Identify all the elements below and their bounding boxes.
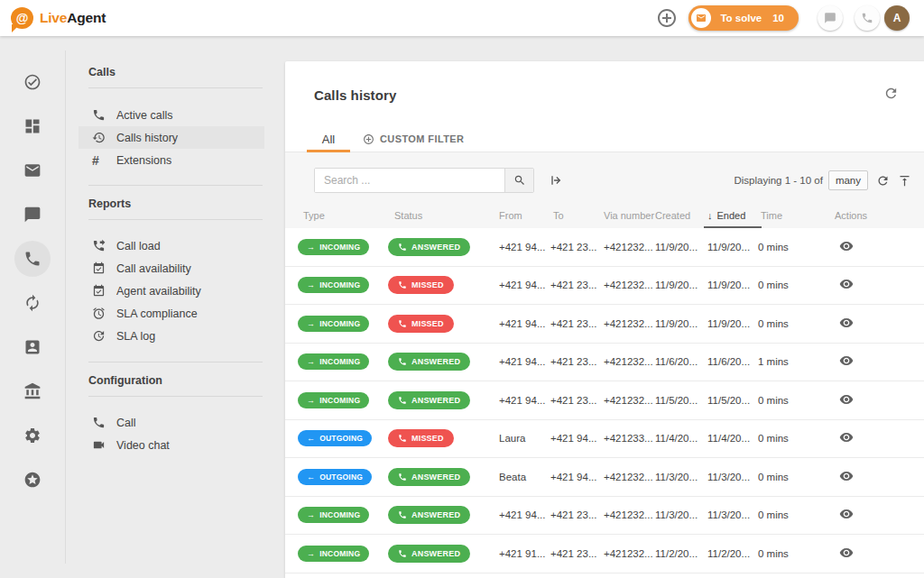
eye-icon[interactable] (827, 546, 854, 560)
rail-item-settings[interactable] (14, 417, 51, 454)
status-badge-label: MISSED (411, 434, 444, 443)
eye-icon[interactable] (827, 430, 854, 445)
export-top-icon[interactable] (898, 174, 911, 188)
call-row[interactable]: →INCOMINGANSWERED+421 91...+421 23...+42… (285, 535, 924, 573)
column-header-time[interactable]: Time (758, 203, 827, 228)
call-row[interactable]: ←OUTGOINGANSWEREDBeata+421 94...+421232.… (285, 458, 924, 497)
status-cell: ANSWERED (388, 238, 499, 256)
via-number-cell: +421232... (604, 395, 655, 406)
search-input[interactable] (315, 169, 504, 192)
to-cell: +421 94... (550, 472, 604, 482)
phone-icon (398, 549, 407, 558)
eye-icon[interactable] (827, 277, 854, 291)
call-row[interactable]: →INCOMINGANSWERED+421 94...+421 23...+42… (285, 228, 924, 267)
phone-icon (398, 357, 407, 366)
status-badge-label: ANSWERED (411, 549, 460, 558)
type-badge-label: INCOMING (319, 243, 360, 252)
rail-item-tickets[interactable] (14, 152, 51, 188)
call-row[interactable]: →INCOMINGANSWERED+421 94...+421 23...+42… (285, 381, 924, 420)
sidebar-item-calls-history[interactable]: Calls history (79, 126, 264, 149)
envelope-icon (691, 8, 711, 28)
call-row[interactable]: →INCOMINGANSWERED+421 94...+421 23...+42… (285, 497, 924, 536)
refresh-icon[interactable] (883, 86, 899, 101)
via-number-cell: +421232... (604, 242, 655, 252)
sidebar-item-call-availability[interactable]: Call availability (79, 257, 264, 280)
arrow-right-icon: → (307, 396, 315, 405)
to-solve-label: To solve (720, 13, 762, 23)
tab-all[interactable]: All (307, 126, 350, 152)
page-size-selector[interactable]: many (828, 170, 868, 190)
phone-icon (398, 319, 407, 328)
actions-cell (827, 469, 924, 485)
column-header-from[interactable]: From (499, 203, 550, 228)
rail-item-contacts[interactable] (14, 329, 51, 365)
call-row[interactable]: ←OUTGOINGMISSEDLaura+421 94...+421233...… (285, 420, 924, 459)
sidebar-item-sla-compliance[interactable]: SLA compliance (79, 302, 264, 325)
call-row[interactable]: →INCOMINGMISSED+421 94...+421 23...+4212… (285, 267, 924, 306)
column-header-label: Status (394, 210, 422, 221)
actions-cell (827, 277, 924, 293)
column-header-status[interactable]: Status (388, 203, 499, 228)
sidebar-item-agent-availability[interactable]: Agent availability (79, 280, 264, 302)
eye-icon[interactable] (827, 507, 854, 521)
tab-all-label: All (322, 133, 335, 146)
eye-icon[interactable] (827, 353, 854, 368)
eye-icon[interactable] (827, 316, 854, 330)
column-header-label: From (499, 210, 522, 221)
eye-icon[interactable] (827, 469, 854, 483)
phone-button[interactable] (855, 5, 880, 31)
sidebar-item-sla-log[interactable]: SLA log (79, 325, 264, 347)
sidebar-item-video-chat[interactable]: Video chat (79, 434, 264, 456)
type-cell: →INCOMING (298, 546, 388, 562)
nav-section-heading: Calls (88, 67, 285, 78)
rail-item-upgrade[interactable] (14, 462, 51, 498)
plus-circle-icon[interactable] (656, 7, 678, 29)
column-header-via-number[interactable]: Via number (604, 203, 655, 228)
search-button[interactable] (504, 169, 533, 192)
search-control (314, 168, 534, 193)
nav-section-heading: Configuration (88, 375, 285, 386)
created-cell: 11/4/20... (655, 433, 707, 444)
ended-cell: 11/4/20... (707, 433, 758, 444)
sidebar-item-extensions[interactable]: #Extensions (79, 149, 264, 171)
column-header-created[interactable]: Created (655, 203, 707, 228)
rail-item-online-visitors[interactable] (14, 285, 51, 321)
call-row[interactable]: →INCOMINGMISSED+421 94...+421 23...+4212… (285, 305, 924, 344)
avatar[interactable]: A (884, 5, 910, 31)
rail-item-dashboard[interactable] (14, 108, 51, 144)
column-header-label: Ended (717, 210, 746, 221)
eye-icon[interactable] (827, 392, 854, 407)
ended-cell: 11/2/20... (707, 548, 758, 559)
contact-card-icon (23, 338, 42, 356)
liveagent-logo[interactable]: @ LiveAgent (11, 7, 106, 29)
rail-item-to-solve[interactable] (14, 64, 51, 100)
rail-item-chats[interactable] (14, 197, 51, 233)
column-header-label: Created (655, 210, 690, 221)
eye-icon[interactable] (827, 239, 854, 253)
call-row[interactable]: →INCOMINGANSWERED+421 94...+421 23...+42… (285, 344, 924, 382)
arrow-from-bar-icon[interactable] (549, 173, 563, 188)
type-badge-incoming: →INCOMING (298, 316, 369, 332)
status-cell: MISSED (388, 276, 499, 294)
time-cell: 0 mins (758, 433, 827, 444)
column-header-actions[interactable]: Actions (827, 203, 924, 228)
arrow-left-icon: ← (307, 472, 315, 482)
sidebar-item-active-calls[interactable]: Active calls (79, 104, 264, 126)
sidebar-item-call[interactable]: Call (79, 411, 264, 434)
status-cell: MISSED (388, 429, 499, 447)
column-header-type[interactable]: Type (298, 203, 388, 228)
tab-bar: All CUSTOM FILTER (285, 126, 924, 152)
calendar-check-icon (92, 261, 106, 275)
tab-custom-filter[interactable]: CUSTOM FILTER (363, 126, 464, 152)
sidebar-item-call-load[interactable]: Call load (79, 234, 264, 257)
arrow-right-icon: → (307, 243, 315, 252)
chat-button[interactable] (818, 5, 843, 31)
column-header-to[interactable]: To (550, 203, 604, 228)
rail-item-calls[interactable] (14, 241, 51, 277)
brand-name: LiveAgent (40, 10, 106, 26)
refresh-icon[interactable] (876, 174, 890, 188)
column-header-ended[interactable]: ↓Ended (707, 203, 758, 228)
to-solve-button[interactable]: To solve 10 (688, 5, 799, 31)
mail-icon (23, 161, 42, 179)
rail-item-company[interactable] (14, 373, 51, 409)
